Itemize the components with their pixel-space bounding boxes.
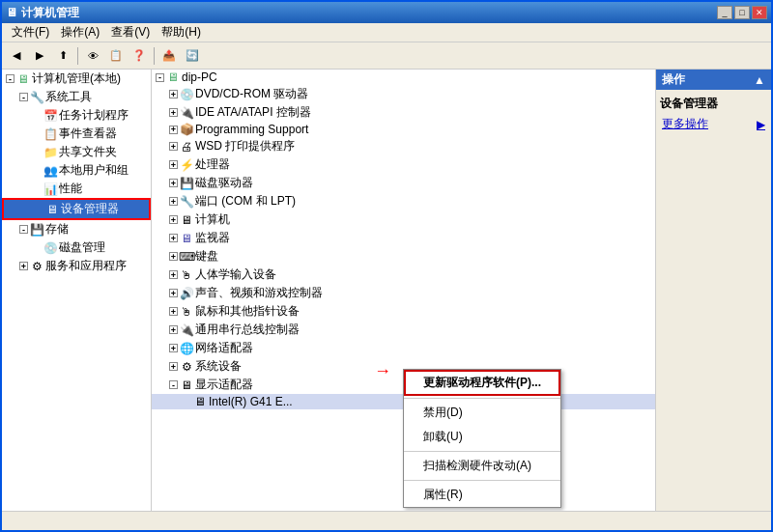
mid-sys-expand[interactable]: +: [169, 362, 178, 371]
systools-icon: 🔧: [30, 91, 43, 104]
maximize-button[interactable]: □: [734, 6, 750, 19]
left-local-users[interactable]: 👥 本地用户和组: [2, 161, 151, 180]
mid-disk-icon: 💾: [180, 177, 193, 190]
left-disk-management[interactable]: 💿 磁盘管理: [2, 238, 151, 257]
right-panel-more-actions[interactable]: 更多操作 ▶: [656, 114, 771, 134]
mid-usb-expand[interactable]: +: [169, 325, 178, 334]
menu-view[interactable]: 查看(V): [105, 23, 156, 42]
storage-expand[interactable]: -: [19, 225, 28, 234]
ctx-update-driver[interactable]: 更新驱动程序软件(P)...: [404, 370, 560, 396]
left-storage[interactable]: - 💾 存储: [2, 220, 151, 238]
wsd-icon: 🖨: [180, 140, 193, 154]
title-icon: 🖥: [6, 6, 17, 19]
ctx-disable[interactable]: 禁用(D): [404, 401, 560, 425]
mouse-icon: 🖱: [180, 305, 193, 319]
minimize-button[interactable]: _: [717, 6, 732, 19]
systools-expand[interactable]: -: [19, 93, 28, 101]
mid-processor[interactable]: + ⚡ 处理器: [152, 155, 655, 174]
left-task-scheduler[interactable]: 📅 任务计划程序: [2, 106, 151, 125]
ctx-scan[interactable]: 扫描检测硬件改动(A): [404, 454, 560, 478]
properties-button[interactable]: 📋: [105, 45, 127, 67]
mid-dvd-expand[interactable]: +: [169, 90, 178, 98]
root-expand[interactable]: -: [6, 74, 14, 83]
mid-disp-expand[interactable]: -: [169, 380, 178, 389]
sound-icon: 🔊: [180, 287, 193, 300]
mid-keyboard[interactable]: + ⌨ 键盘: [152, 247, 655, 266]
mid-hid[interactable]: + 🖱 人体学输入设备: [152, 266, 655, 284]
mid-ide[interactable]: + 🔌 IDE ATA/ATAPI 控制器: [152, 103, 655, 122]
export-button[interactable]: 📤: [158, 45, 180, 67]
mid-root-expand[interactable]: -: [156, 73, 164, 82]
mid-ps-expand[interactable]: +: [169, 126, 178, 134]
services-expand[interactable]: +: [19, 262, 28, 270]
ctx-uninstall[interactable]: 卸载(U): [404, 425, 560, 449]
help-button[interactable]: ❓: [129, 45, 150, 67]
ctx-properties[interactable]: 属性(R): [404, 483, 560, 507]
performance-icon: 📊: [43, 182, 57, 196]
diskmanagement-icon: 💿: [43, 241, 57, 255]
forward-button[interactable]: ▶: [29, 45, 50, 67]
middle-panel: - 🖥 dip-PC + 💿 DVD/CD-ROM 驱动器 + 🔌 IDE AT…: [152, 70, 655, 511]
mid-usb[interactable]: + 🔌 通用串行总线控制器: [152, 321, 655, 339]
back-button[interactable]: ◀: [6, 45, 27, 67]
mid-port-expand[interactable]: +: [169, 197, 178, 206]
left-device-manager[interactable]: 🖥 设备管理器: [2, 198, 151, 220]
left-shared-folders[interactable]: 📁 共享文件夹: [2, 143, 151, 161]
mid-network[interactable]: + 🌐 网络适配器: [152, 339, 655, 357]
menu-file[interactable]: 文件(F): [6, 23, 55, 42]
right-panel-title: 操作 ▲: [656, 70, 771, 90]
toolbar-separator-2: [154, 47, 155, 65]
right-panel: 操作 ▲ 设备管理器 更多操作 ▶: [655, 70, 771, 511]
mid-disk-expand[interactable]: +: [169, 179, 178, 187]
close-button[interactable]: ✕: [752, 6, 767, 19]
monitor-icon: 🖥: [180, 232, 193, 245]
mid-hid-expand[interactable]: +: [169, 270, 178, 279]
mid-net-expand[interactable]: +: [169, 344, 178, 352]
toolbar-separator-1: [77, 47, 78, 65]
ctx-sep-3: [404, 480, 560, 481]
left-system-tools[interactable]: - 🔧 系统工具: [2, 88, 151, 106]
context-menu: 更新驱动程序软件(P)... 禁用(D) 卸载(U) 扫描检测硬件改动(A) 属…: [403, 369, 561, 508]
up-button[interactable]: ⬆: [52, 45, 73, 67]
devicemanager-icon: 🖥: [45, 203, 59, 216]
mid-sound-expand[interactable]: +: [169, 289, 178, 297]
keyboard-icon: ⌨: [180, 250, 193, 264]
show-hide-button[interactable]: 👁: [82, 45, 103, 67]
mid-mon-expand[interactable]: +: [169, 234, 178, 242]
right-panel-arrow: ▲: [754, 73, 765, 87]
dvd-icon: 💿: [180, 88, 193, 101]
computer-icon: 🖥: [16, 72, 30, 86]
mid-disk[interactable]: + 💾 磁盘驱动器: [152, 174, 655, 192]
mid-proc-expand[interactable]: +: [169, 160, 178, 169]
mid-computer[interactable]: + 🖥 计算机: [152, 210, 655, 229]
port-icon: 🔧: [180, 195, 193, 209]
mid-dvd[interactable]: + 💿 DVD/CD-ROM 驱动器: [152, 85, 655, 103]
mid-key-expand[interactable]: +: [169, 252, 178, 261]
intel-icon: 🖥: [193, 395, 207, 408]
left-services[interactable]: + ⚙ 服务和应用程序: [2, 257, 151, 275]
localusers-icon: 👥: [43, 164, 57, 178]
more-actions-arrow: ▶: [757, 118, 765, 131]
left-event-viewer[interactable]: 📋 事件查看器: [2, 125, 151, 143]
left-performance[interactable]: 📊 性能: [2, 180, 151, 198]
ps-icon: 📦: [180, 123, 193, 136]
storage-icon: 💾: [30, 223, 43, 237]
mid-sound[interactable]: + 🔊 声音、视频和游戏控制器: [152, 284, 655, 302]
mid-mouse[interactable]: + 🖱 鼠标和其他指针设备: [152, 302, 655, 321]
mid-comp-expand[interactable]: +: [169, 215, 178, 224]
mid-root[interactable]: - 🖥 dip-PC: [152, 70, 655, 85]
mid-monitor[interactable]: + 🖥 监视器: [152, 229, 655, 247]
menu-action[interactable]: 操作(A): [55, 23, 105, 42]
mid-port[interactable]: + 🔧 端口 (COM 和 LPT): [152, 192, 655, 210]
mid-wsd-expand[interactable]: +: [169, 142, 178, 151]
left-panel: - 🖥 计算机管理(本地) - 🔧 系统工具 📅 任务计划程序 📋 事件查看器: [2, 70, 152, 511]
left-root[interactable]: - 🖥 计算机管理(本地): [2, 70, 151, 88]
toolbar: ◀ ▶ ⬆ 👁 📋 ❓ 📤 🔄: [2, 42, 771, 70]
menu-help[interactable]: 帮助(H): [156, 23, 207, 42]
mid-ide-expand[interactable]: +: [169, 108, 178, 117]
mid-mouse-expand[interactable]: +: [169, 307, 178, 316]
mid-programming-support[interactable]: + 📦 Programming Support: [152, 122, 655, 137]
mid-wsd[interactable]: + 🖨 WSD 打印提供程序: [152, 137, 655, 155]
refresh-button[interactable]: 🔄: [182, 45, 203, 67]
status-bar: [2, 511, 771, 530]
